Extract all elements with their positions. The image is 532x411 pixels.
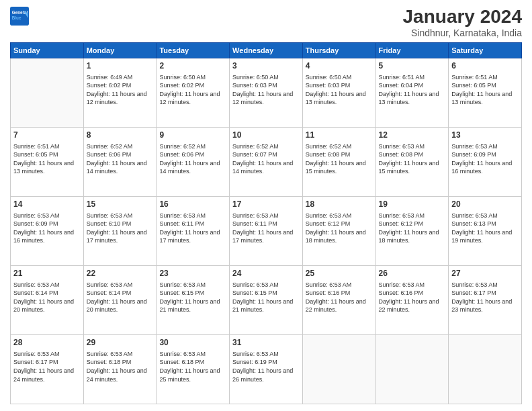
day-info: Sunrise: 6:53 AM Sunset: 6:19 PM Dayligh…: [232, 350, 300, 383]
day-number: 17: [232, 199, 300, 210]
logo-icon: General Blue: [10, 7, 29, 26]
calendar-cell: 27Sunrise: 6:53 AM Sunset: 6:17 PM Dayli…: [449, 265, 522, 334]
col-wednesday: Wednesday: [230, 42, 303, 58]
day-info: Sunrise: 6:53 AM Sunset: 6:11 PM Dayligh…: [159, 212, 226, 245]
day-info: Sunrise: 6:52 AM Sunset: 6:06 PM Dayligh…: [159, 142, 226, 176]
calendar-body: 1Sunrise: 6:49 AM Sunset: 6:02 PM Daylig…: [11, 58, 522, 404]
day-number: 10: [232, 130, 300, 141]
calendar-cell: 3Sunrise: 6:50 AM Sunset: 6:03 PM Daylig…: [230, 58, 303, 127]
calendar-cell: 18Sunrise: 6:53 AM Sunset: 6:12 PM Dayli…: [302, 196, 375, 265]
day-info: Sunrise: 6:53 AM Sunset: 6:15 PM Dayligh…: [232, 281, 300, 314]
calendar-week-3: 21Sunrise: 6:53 AM Sunset: 6:14 PM Dayli…: [11, 265, 522, 334]
day-number: 6: [451, 60, 519, 72]
day-info: Sunrise: 6:50 AM Sunset: 6:03 PM Dayligh…: [306, 73, 373, 107]
day-info: Sunrise: 6:52 AM Sunset: 6:08 PM Dayligh…: [306, 142, 373, 176]
calendar-cell: 2Sunrise: 6:50 AM Sunset: 6:02 PM Daylig…: [157, 58, 230, 127]
header: General Blue January 2024 Sindhnur, Karn…: [10, 7, 522, 38]
day-number: 8: [87, 130, 154, 141]
col-tuesday: Tuesday: [157, 42, 230, 58]
day-number: 14: [13, 199, 81, 210]
day-number: 15: [87, 199, 154, 210]
day-info: Sunrise: 6:50 AM Sunset: 6:03 PM Dayligh…: [232, 73, 300, 107]
day-info: Sunrise: 6:53 AM Sunset: 6:14 PM Dayligh…: [13, 281, 81, 314]
logo: General Blue: [10, 7, 29, 26]
calendar-cell: 9Sunrise: 6:52 AM Sunset: 6:06 PM Daylig…: [157, 127, 230, 196]
day-info: Sunrise: 6:53 AM Sunset: 6:10 PM Dayligh…: [87, 212, 154, 245]
calendar-table: Sunday Monday Tuesday Wednesday Thursday…: [10, 42, 522, 404]
day-info: Sunrise: 6:53 AM Sunset: 6:17 PM Dayligh…: [13, 350, 81, 383]
day-number: 22: [87, 268, 154, 279]
calendar-week-1: 7Sunrise: 6:51 AM Sunset: 6:05 PM Daylig…: [11, 127, 522, 196]
day-info: Sunrise: 6:51 AM Sunset: 6:05 PM Dayligh…: [451, 73, 519, 107]
day-number: 1: [87, 60, 154, 72]
calendar-cell: 1Sunrise: 6:49 AM Sunset: 6:02 PM Daylig…: [83, 58, 157, 127]
day-info: Sunrise: 6:51 AM Sunset: 6:05 PM Dayligh…: [13, 142, 81, 176]
col-friday: Friday: [375, 42, 449, 58]
day-info: Sunrise: 6:53 AM Sunset: 6:12 PM Dayligh…: [306, 212, 373, 245]
calendar-cell: 14Sunrise: 6:53 AM Sunset: 6:09 PM Dayli…: [11, 196, 84, 265]
day-info: Sunrise: 6:51 AM Sunset: 6:04 PM Dayligh…: [379, 73, 446, 107]
calendar-cell: 22Sunrise: 6:53 AM Sunset: 6:14 PM Dayli…: [83, 265, 157, 334]
calendar-cell: 19Sunrise: 6:53 AM Sunset: 6:12 PM Dayli…: [375, 196, 449, 265]
day-number: 26: [379, 268, 446, 279]
calendar-cell: [449, 334, 522, 404]
calendar-cell: 15Sunrise: 6:53 AM Sunset: 6:10 PM Dayli…: [83, 196, 157, 265]
calendar-cell: 4Sunrise: 6:50 AM Sunset: 6:03 PM Daylig…: [302, 58, 375, 127]
day-number: 16: [159, 199, 226, 210]
day-number: 29: [87, 337, 154, 349]
calendar-cell: 23Sunrise: 6:53 AM Sunset: 6:15 PM Dayli…: [157, 265, 230, 334]
day-info: Sunrise: 6:53 AM Sunset: 6:15 PM Dayligh…: [159, 281, 226, 314]
day-info: Sunrise: 6:53 AM Sunset: 6:18 PM Dayligh…: [159, 350, 226, 383]
day-info: Sunrise: 6:53 AM Sunset: 6:13 PM Dayligh…: [451, 212, 519, 245]
day-info: Sunrise: 6:53 AM Sunset: 6:16 PM Dayligh…: [379, 281, 446, 314]
day-number: 5: [379, 60, 446, 72]
day-info: Sunrise: 6:52 AM Sunset: 6:06 PM Dayligh…: [87, 142, 154, 176]
calendar-page: General Blue January 2024 Sindhnur, Karn…: [0, 0, 532, 411]
day-number: 7: [13, 130, 81, 141]
col-monday: Monday: [83, 42, 157, 58]
calendar-week-4: 28Sunrise: 6:53 AM Sunset: 6:17 PM Dayli…: [11, 334, 522, 404]
calendar-cell: 25Sunrise: 6:53 AM Sunset: 6:16 PM Dayli…: [302, 265, 375, 334]
calendar-cell: 16Sunrise: 6:53 AM Sunset: 6:11 PM Dayli…: [157, 196, 230, 265]
day-number: 21: [13, 268, 81, 279]
calendar-cell: 11Sunrise: 6:52 AM Sunset: 6:08 PM Dayli…: [302, 127, 375, 196]
col-sunday: Sunday: [11, 42, 84, 58]
col-saturday: Saturday: [449, 42, 522, 58]
subtitle: Sindhnur, Karnataka, India: [403, 28, 522, 38]
calendar-cell: 20Sunrise: 6:53 AM Sunset: 6:13 PM Dayli…: [449, 196, 522, 265]
calendar-cell: 8Sunrise: 6:52 AM Sunset: 6:06 PM Daylig…: [83, 127, 157, 196]
day-info: Sunrise: 6:53 AM Sunset: 6:16 PM Dayligh…: [306, 281, 373, 314]
day-info: Sunrise: 6:53 AM Sunset: 6:08 PM Dayligh…: [379, 142, 446, 176]
day-number: 4: [306, 60, 373, 72]
main-title: January 2024: [403, 7, 522, 28]
day-info: Sunrise: 6:53 AM Sunset: 6:14 PM Dayligh…: [87, 281, 154, 314]
day-info: Sunrise: 6:52 AM Sunset: 6:07 PM Dayligh…: [232, 142, 300, 176]
calendar-week-2: 14Sunrise: 6:53 AM Sunset: 6:09 PM Dayli…: [11, 196, 522, 265]
day-number: 2: [159, 60, 226, 72]
day-info: Sunrise: 6:49 AM Sunset: 6:02 PM Dayligh…: [87, 73, 154, 107]
calendar-cell: 28Sunrise: 6:53 AM Sunset: 6:17 PM Dayli…: [11, 334, 84, 404]
calendar-cell: 10Sunrise: 6:52 AM Sunset: 6:07 PM Dayli…: [230, 127, 303, 196]
calendar-cell: 31Sunrise: 6:53 AM Sunset: 6:19 PM Dayli…: [230, 334, 303, 404]
weekday-header-row: Sunday Monday Tuesday Wednesday Thursday…: [11, 42, 522, 58]
calendar-cell: [302, 334, 375, 404]
calendar-cell: 17Sunrise: 6:53 AM Sunset: 6:11 PM Dayli…: [230, 196, 303, 265]
calendar-cell: 29Sunrise: 6:53 AM Sunset: 6:18 PM Dayli…: [83, 334, 157, 404]
day-info: Sunrise: 6:50 AM Sunset: 6:02 PM Dayligh…: [159, 73, 226, 107]
calendar-cell: 6Sunrise: 6:51 AM Sunset: 6:05 PM Daylig…: [449, 58, 522, 127]
day-number: 18: [306, 199, 373, 210]
day-number: 31: [232, 337, 300, 349]
col-thursday: Thursday: [302, 42, 375, 58]
svg-text:Blue: Blue: [12, 15, 21, 20]
day-info: Sunrise: 6:53 AM Sunset: 6:11 PM Dayligh…: [232, 212, 300, 245]
day-number: 25: [306, 268, 373, 279]
day-number: 19: [379, 199, 446, 210]
title-section: January 2024 Sindhnur, Karnataka, India: [403, 7, 522, 38]
day-number: 11: [306, 130, 373, 141]
day-number: 9: [159, 130, 226, 141]
calendar-week-0: 1Sunrise: 6:49 AM Sunset: 6:02 PM Daylig…: [11, 58, 522, 127]
calendar-cell: [11, 58, 84, 127]
day-info: Sunrise: 6:53 AM Sunset: 6:18 PM Dayligh…: [87, 350, 154, 383]
day-info: Sunrise: 6:53 AM Sunset: 6:17 PM Dayligh…: [451, 281, 519, 314]
day-number: 3: [232, 60, 300, 72]
